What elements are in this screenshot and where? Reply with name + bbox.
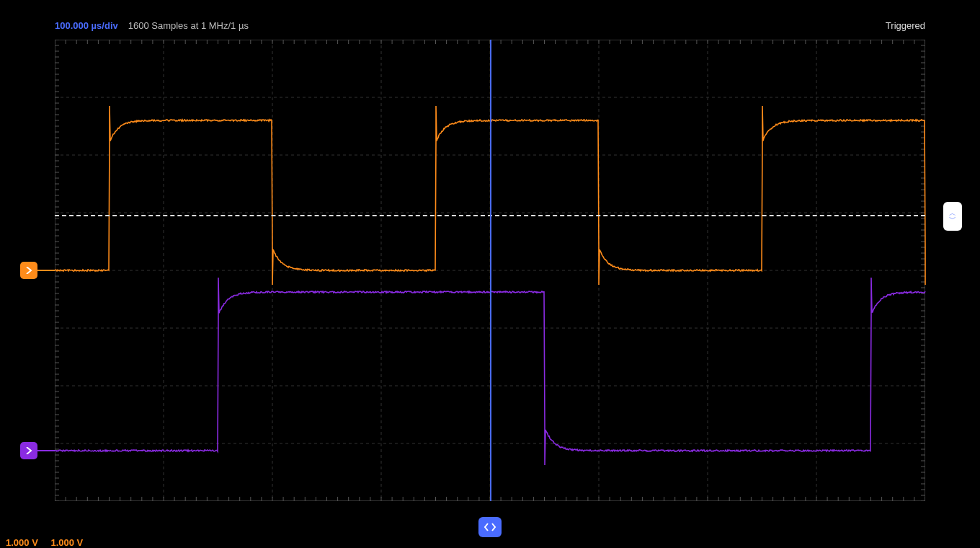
trigger-status: Triggered xyxy=(886,20,925,31)
ch1-scale-readout[interactable]: 1.000 V xyxy=(6,537,38,548)
time-offset-handle[interactable] xyxy=(478,517,502,537)
sample-info-readout: 1600 Samples at 1 MHz/1 µs xyxy=(128,20,249,31)
channel-scale-bar: 1.000 V 1.000 V xyxy=(6,537,83,548)
ch1-offset-handle[interactable] xyxy=(20,262,37,279)
ch2-scale-readout[interactable]: 1.000 V xyxy=(50,537,83,548)
trigger-time-line[interactable] xyxy=(490,40,491,501)
chevron-left-right-icon xyxy=(484,522,496,532)
header-info-bar: 100.000 µs/div 1600 Samples at 1 MHz/1 µ… xyxy=(55,20,925,31)
chevron-right-icon xyxy=(25,267,32,274)
waveform-grid[interactable] xyxy=(55,40,925,501)
trigger-level-handle[interactable]: ︿ ﹀ xyxy=(943,202,962,231)
oscilloscope-view: 100.000 µs/div 1600 Samples at 1 MHz/1 µ… xyxy=(0,0,980,548)
timebase-readout[interactable]: 100.000 µs/div xyxy=(55,20,118,31)
chevron-right-icon xyxy=(25,447,32,454)
ch2-offset-handle[interactable] xyxy=(20,442,37,459)
chevron-down-icon: ﹀ xyxy=(949,216,956,222)
